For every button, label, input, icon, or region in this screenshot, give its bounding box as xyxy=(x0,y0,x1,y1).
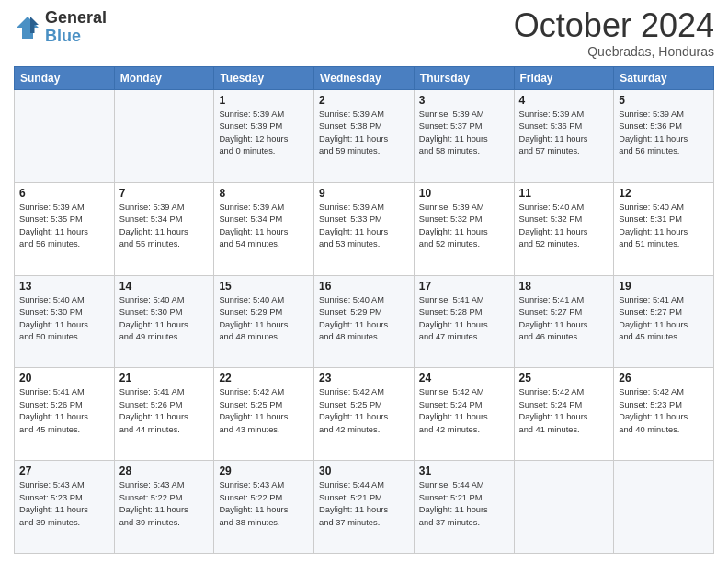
calendar-cell: 16Sunrise: 5:40 AMSunset: 5:29 PMDayligh… xyxy=(314,275,415,368)
day-info: Sunrise: 5:40 AMSunset: 5:31 PMDaylight:… xyxy=(619,201,709,251)
day-info: Sunrise: 5:41 AMSunset: 5:26 PMDaylight:… xyxy=(19,386,109,436)
day-number: 15 xyxy=(219,280,309,293)
calendar-cell: 14Sunrise: 5:40 AMSunset: 5:30 PMDayligh… xyxy=(114,275,214,368)
day-info: Sunrise: 5:39 AMSunset: 5:39 PMDaylight:… xyxy=(219,109,309,158)
day-number: 18 xyxy=(519,280,609,293)
day-info: Sunrise: 5:43 AMSunset: 5:22 PMDaylight:… xyxy=(219,479,309,529)
calendar-cell: 2Sunrise: 5:39 AMSunset: 5:38 PMDaylight… xyxy=(314,90,415,183)
day-info: Sunrise: 5:39 AMSunset: 5:36 PMDaylight:… xyxy=(519,109,609,158)
day-number: 11 xyxy=(519,187,609,200)
day-number: 5 xyxy=(619,94,709,107)
calendar-cell: 18Sunrise: 5:41 AMSunset: 5:27 PMDayligh… xyxy=(514,275,614,368)
calendar-cell: 28Sunrise: 5:43 AMSunset: 5:22 PMDayligh… xyxy=(114,461,214,554)
logo-line1: General xyxy=(45,9,107,28)
day-number: 3 xyxy=(419,94,509,107)
day-number: 12 xyxy=(619,187,709,200)
weekday-header-sunday: Sunday xyxy=(15,67,115,90)
logo-icon xyxy=(14,14,41,41)
day-info: Sunrise: 5:43 AMSunset: 5:22 PMDaylight:… xyxy=(119,479,210,529)
weekday-header-wednesday: Wednesday xyxy=(314,67,415,90)
day-number: 26 xyxy=(619,372,709,385)
day-number: 2 xyxy=(319,94,409,107)
day-info: Sunrise: 5:40 AMSunset: 5:29 PMDaylight:… xyxy=(319,294,409,344)
day-info: Sunrise: 5:41 AMSunset: 5:27 PMDaylight:… xyxy=(619,294,709,344)
title-block: October 2024 Quebradas, Honduras xyxy=(514,9,714,59)
calendar-cell: 20Sunrise: 5:41 AMSunset: 5:26 PMDayligh… xyxy=(15,368,115,461)
calendar-cell: 6Sunrise: 5:39 AMSunset: 5:35 PMDaylight… xyxy=(15,182,115,275)
header: General Blue October 2024 Quebradas, Hon… xyxy=(14,9,714,59)
calendar-cell: 1Sunrise: 5:39 AMSunset: 5:39 PMDaylight… xyxy=(214,90,314,183)
location: Quebradas, Honduras xyxy=(514,44,714,59)
calendar-cell xyxy=(15,90,115,183)
month-title: October 2024 xyxy=(514,9,714,42)
day-info: Sunrise: 5:39 AMSunset: 5:32 PMDaylight:… xyxy=(419,201,509,251)
day-info: Sunrise: 5:39 AMSunset: 5:34 PMDaylight:… xyxy=(119,201,210,251)
day-info: Sunrise: 5:39 AMSunset: 5:37 PMDaylight:… xyxy=(419,109,509,158)
week-row-1: 1Sunrise: 5:39 AMSunset: 5:39 PMDaylight… xyxy=(15,90,714,183)
weekday-header-friday: Friday xyxy=(514,67,614,90)
calendar-cell: 4Sunrise: 5:39 AMSunset: 5:36 PMDaylight… xyxy=(514,90,614,183)
weekday-header-monday: Monday xyxy=(114,67,214,90)
calendar-cell: 13Sunrise: 5:40 AMSunset: 5:30 PMDayligh… xyxy=(15,275,115,368)
day-number: 14 xyxy=(119,280,210,293)
calendar-cell: 29Sunrise: 5:43 AMSunset: 5:22 PMDayligh… xyxy=(214,461,314,554)
svg-marker-0 xyxy=(17,17,39,39)
weekday-header-saturday: Saturday xyxy=(614,67,714,90)
day-number: 19 xyxy=(619,280,709,293)
calendar-cell: 26Sunrise: 5:42 AMSunset: 5:23 PMDayligh… xyxy=(614,368,714,461)
day-number: 1 xyxy=(219,94,309,107)
day-info: Sunrise: 5:40 AMSunset: 5:30 PMDaylight:… xyxy=(119,294,210,344)
week-row-5: 27Sunrise: 5:43 AMSunset: 5:23 PMDayligh… xyxy=(15,461,714,554)
day-number: 6 xyxy=(19,187,109,200)
day-number: 31 xyxy=(419,465,509,477)
day-info: Sunrise: 5:41 AMSunset: 5:28 PMDaylight:… xyxy=(419,294,509,344)
day-number: 10 xyxy=(419,187,509,200)
day-info: Sunrise: 5:41 AMSunset: 5:27 PMDaylight:… xyxy=(519,294,609,344)
calendar-cell: 17Sunrise: 5:41 AMSunset: 5:28 PMDayligh… xyxy=(414,275,514,368)
day-number: 7 xyxy=(119,187,210,200)
calendar-cell: 3Sunrise: 5:39 AMSunset: 5:37 PMDaylight… xyxy=(414,90,514,183)
day-info: Sunrise: 5:39 AMSunset: 5:33 PMDaylight:… xyxy=(319,201,409,251)
day-info: Sunrise: 5:40 AMSunset: 5:30 PMDaylight:… xyxy=(19,294,109,344)
logo-line2: Blue xyxy=(45,27,81,45)
day-number: 24 xyxy=(419,372,509,385)
day-number: 30 xyxy=(319,465,409,477)
page: General Blue October 2024 Quebradas, Hon… xyxy=(0,0,728,563)
day-number: 22 xyxy=(219,372,309,385)
weekday-header-row: SundayMondayTuesdayWednesdayThursdayFrid… xyxy=(15,67,714,90)
week-row-2: 6Sunrise: 5:39 AMSunset: 5:35 PMDaylight… xyxy=(15,182,714,275)
day-number: 9 xyxy=(319,187,409,200)
calendar-cell: 12Sunrise: 5:40 AMSunset: 5:31 PMDayligh… xyxy=(614,182,714,275)
week-row-4: 20Sunrise: 5:41 AMSunset: 5:26 PMDayligh… xyxy=(15,368,714,461)
calendar-cell xyxy=(114,90,214,183)
svg-marker-1 xyxy=(30,17,39,33)
day-info: Sunrise: 5:42 AMSunset: 5:24 PMDaylight:… xyxy=(419,386,509,436)
day-number: 8 xyxy=(219,187,309,200)
day-number: 16 xyxy=(319,280,409,293)
day-info: Sunrise: 5:44 AMSunset: 5:21 PMDaylight:… xyxy=(419,479,509,529)
logo-text: General Blue xyxy=(45,9,107,46)
day-number: 21 xyxy=(119,372,210,385)
weekday-header-tuesday: Tuesday xyxy=(214,67,314,90)
day-info: Sunrise: 5:42 AMSunset: 5:24 PMDaylight:… xyxy=(519,386,609,436)
calendar-cell: 22Sunrise: 5:42 AMSunset: 5:25 PMDayligh… xyxy=(214,368,314,461)
calendar-cell: 25Sunrise: 5:42 AMSunset: 5:24 PMDayligh… xyxy=(514,368,614,461)
calendar-cell xyxy=(614,461,714,554)
calendar-cell: 5Sunrise: 5:39 AMSunset: 5:36 PMDaylight… xyxy=(614,90,714,183)
day-info: Sunrise: 5:39 AMSunset: 5:34 PMDaylight:… xyxy=(219,201,309,251)
calendar-cell: 8Sunrise: 5:39 AMSunset: 5:34 PMDaylight… xyxy=(214,182,314,275)
calendar-cell: 30Sunrise: 5:44 AMSunset: 5:21 PMDayligh… xyxy=(314,461,415,554)
calendar-table: SundayMondayTuesdayWednesdayThursdayFrid… xyxy=(14,66,714,554)
day-info: Sunrise: 5:42 AMSunset: 5:23 PMDaylight:… xyxy=(619,386,709,436)
day-number: 17 xyxy=(419,280,509,293)
day-info: Sunrise: 5:43 AMSunset: 5:23 PMDaylight:… xyxy=(19,479,109,529)
calendar-cell: 27Sunrise: 5:43 AMSunset: 5:23 PMDayligh… xyxy=(15,461,115,554)
day-info: Sunrise: 5:39 AMSunset: 5:35 PMDaylight:… xyxy=(19,201,109,251)
day-number: 4 xyxy=(519,94,609,107)
day-info: Sunrise: 5:39 AMSunset: 5:38 PMDaylight:… xyxy=(319,109,409,158)
calendar-cell: 9Sunrise: 5:39 AMSunset: 5:33 PMDaylight… xyxy=(314,182,415,275)
week-row-3: 13Sunrise: 5:40 AMSunset: 5:30 PMDayligh… xyxy=(15,275,714,368)
day-info: Sunrise: 5:44 AMSunset: 5:21 PMDaylight:… xyxy=(319,479,409,529)
day-number: 25 xyxy=(519,372,609,385)
calendar-cell: 21Sunrise: 5:41 AMSunset: 5:26 PMDayligh… xyxy=(114,368,214,461)
